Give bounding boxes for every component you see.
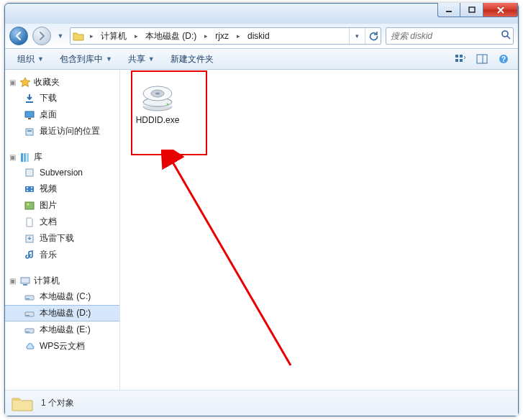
svg-rect-33: [25, 312, 34, 316]
sidebar-item-label: 图片: [40, 199, 57, 211]
minimize-button[interactable]: [437, 3, 460, 17]
svg-rect-26: [25, 202, 34, 209]
sidebar-item-label: 文档: [40, 216, 57, 228]
crumb-computer[interactable]: 计算机: [96, 28, 131, 44]
maximize-button[interactable]: [460, 3, 483, 17]
svg-rect-29: [21, 278, 29, 283]
cloud-icon: [24, 341, 35, 352]
desktop-icon: [24, 109, 35, 121]
search-input[interactable]: [389, 30, 501, 42]
sidebar-item-subversion[interactable]: Subversion: [5, 165, 119, 181]
view-options-button[interactable]: [452, 51, 469, 67]
file-label: HDDID.exe: [136, 115, 180, 126]
svg-rect-16: [27, 130, 32, 132]
nav-history-dropdown[interactable]: ▼: [55, 28, 65, 44]
svg-line-3: [507, 36, 510, 39]
crumb-diskid[interactable]: diskid: [243, 28, 274, 44]
address-bar[interactable]: ▸ 计算机 ▸ 本地磁盘 (D:) ▸ rjxz ▸ diskid ▾: [70, 27, 381, 45]
chevron-right-icon[interactable]: ▸: [86, 32, 96, 40]
chevron-right-icon[interactable]: ▸: [233, 32, 243, 40]
libraries-label: 库: [34, 151, 42, 163]
sidebar-item-drive-c[interactable]: 本地磁盘 (C:): [5, 288, 119, 305]
svg-rect-32: [26, 298, 29, 299]
chevron-down-icon: ▼: [148, 55, 155, 63]
file-grid: HDDID.exe: [121, 70, 518, 136]
include-in-library-button[interactable]: 包含到库中 ▼: [53, 50, 119, 68]
crumb-drive-d[interactable]: 本地磁盘 (D:): [141, 28, 201, 44]
chevron-down-icon: ▼: [37, 55, 44, 63]
svg-rect-31: [25, 296, 34, 300]
file-item[interactable]: HDDID.exe: [128, 76, 187, 130]
sidebar-item-drive-d[interactable]: 本地磁盘 (D:): [5, 305, 119, 321]
svg-rect-17: [21, 153, 23, 162]
preview-pane-button[interactable]: [473, 51, 491, 67]
favorites-label: 收藏夹: [34, 76, 60, 88]
chevron-right-icon[interactable]: ▸: [131, 32, 141, 40]
download-icon: [24, 233, 35, 245]
svg-point-27: [27, 203, 29, 205]
explorer-window: ▼ ▸ 计算机 ▸ 本地磁盘 (D:) ▸ rjxz ▸ diskid ▾: [4, 3, 519, 416]
status-bar: 1 个对象: [5, 390, 518, 416]
sidebar-item-xunlei[interactable]: 迅雷下载: [5, 230, 119, 247]
new-folder-button[interactable]: 新建文件夹: [164, 50, 220, 68]
refresh-button[interactable]: [365, 28, 381, 44]
svg-rect-12: [26, 101, 33, 103]
search-icon[interactable]: [501, 29, 511, 42]
organize-button[interactable]: 组织 ▼: [11, 50, 50, 68]
crumb-rjxz[interactable]: rjxz: [211, 28, 233, 44]
status-count: 1 个对象: [41, 397, 74, 409]
svg-rect-34: [26, 315, 29, 316]
share-label: 共享: [128, 53, 145, 65]
computer-header[interactable]: ▣ 计算机: [5, 273, 119, 288]
svg-line-45: [171, 160, 291, 365]
sidebar-item-drive-e[interactable]: 本地磁盘 (E:): [5, 321, 119, 338]
address-row: ▼ ▸ 计算机 ▸ 本地磁盘 (D:) ▸ rjxz ▸ diskid ▾: [5, 24, 518, 48]
new-folder-label: 新建文件夹: [170, 53, 214, 65]
chevron-down-icon: ▼: [106, 55, 112, 63]
nav-forward-button[interactable]: [32, 27, 51, 45]
svg-rect-13: [25, 111, 34, 117]
navigation-pane[interactable]: ▣ 收藏夹 下载 桌面 最近访问的位置: [5, 70, 120, 390]
libraries-header[interactable]: ▣ 库: [5, 150, 119, 165]
svg-point-2: [502, 31, 508, 37]
svg-point-43: [155, 92, 160, 94]
nav-back-button[interactable]: [9, 27, 28, 45]
folder-icon: [71, 31, 86, 41]
command-bar: 组织 ▼ 包含到库中 ▼ 共享 ▼ 新建文件夹: [5, 48, 518, 70]
group-favorites: ▣ 收藏夹 下载 桌面 最近访问的位置: [5, 75, 119, 140]
svg-rect-14: [28, 118, 31, 119]
pane-splitter[interactable]: [121, 70, 124, 390]
svg-rect-30: [23, 284, 27, 286]
sidebar-item-videos[interactable]: 视频: [5, 181, 119, 197]
crumb-label: rjxz: [215, 31, 229, 41]
search-box[interactable]: [386, 27, 514, 45]
window-buttons: [437, 3, 518, 17]
favorites-icon: [19, 77, 31, 88]
sidebar-item-label: 本地磁盘 (D:): [40, 307, 91, 319]
library-icon: [19, 152, 31, 163]
sidebar-item-desktop[interactable]: 桌面: [5, 106, 119, 123]
expand-icon: ▣: [9, 277, 17, 285]
help-button[interactable]: ?: [495, 51, 512, 67]
drive-icon: [24, 308, 35, 319]
chevron-right-icon[interactable]: ▸: [201, 32, 211, 40]
sidebar-item-recent[interactable]: 最近访问的位置: [5, 123, 119, 140]
sidebar-item-downloads[interactable]: 下载: [5, 90, 119, 106]
sidebar-item-music[interactable]: 音乐: [5, 247, 119, 263]
recent-places-icon: [24, 126, 35, 137]
sidebar-item-documents[interactable]: 文档: [5, 214, 119, 230]
svg-point-44: [167, 104, 169, 106]
content-pane[interactable]: HDDID.exe: [120, 70, 518, 390]
computer-icon: [19, 275, 31, 287]
sidebar-item-pictures[interactable]: 图片: [5, 197, 119, 214]
svg-rect-6: [455, 59, 458, 62]
sidebar-item-wps-cloud[interactable]: WPS云文档: [5, 338, 119, 355]
svg-rect-5: [460, 55, 463, 58]
close-button[interactable]: [483, 3, 518, 17]
svg-rect-15: [26, 129, 33, 135]
favorites-header[interactable]: ▣ 收藏夹: [5, 75, 119, 90]
share-button[interactable]: 共享 ▼: [122, 50, 161, 68]
address-dropdown-button[interactable]: ▾: [349, 28, 365, 44]
folder-icon: [11, 393, 34, 414]
pictures-icon: [24, 200, 35, 211]
